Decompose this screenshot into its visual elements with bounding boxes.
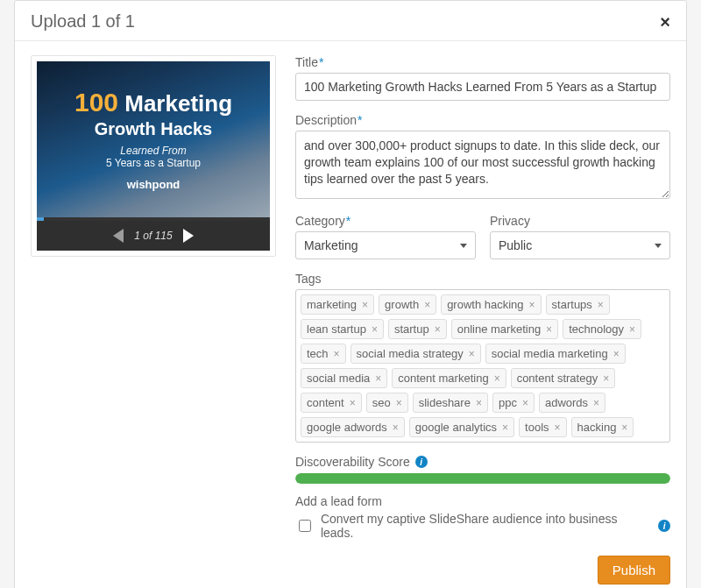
tag-remove-icon[interactable]: × [476, 397, 482, 409]
tag-chip: hacking× [571, 417, 634, 437]
privacy-label: Privacy [490, 214, 670, 228]
tag-remove-icon[interactable]: × [435, 323, 441, 336]
slide-preview: 100 Marketing Growth Hacks Learned From … [31, 55, 276, 540]
tag-label: tech [307, 347, 329, 360]
tag-label: slideshare [419, 396, 471, 409]
info-icon[interactable]: i [415, 456, 428, 468]
modal-title: Upload 1 of 1 [31, 11, 135, 32]
tag-remove-icon[interactable]: × [593, 397, 599, 409]
title-input[interactable] [295, 73, 670, 101]
lead-form-checkbox[interactable] [299, 520, 311, 532]
tag-chip: content× [301, 393, 362, 413]
tag-remove-icon[interactable]: × [502, 422, 508, 434]
tag-chip: online marketing× [451, 319, 558, 339]
tag-remove-icon[interactable]: × [375, 372, 381, 385]
tags-label: Tags [295, 272, 670, 286]
tag-label: content [307, 396, 344, 409]
tag-chip: google analytics× [409, 417, 514, 437]
tag-remove-icon[interactable]: × [546, 323, 552, 336]
tag-chip: social media strategy× [350, 344, 481, 364]
modal-footer: Publish [15, 549, 686, 588]
tag-remove-icon[interactable]: × [494, 372, 500, 385]
tag-label: lean startup [307, 322, 366, 336]
tag-chip: marketing× [301, 294, 374, 315]
discoverability-label: Discoverability Score [295, 455, 410, 469]
tag-label: content strategy [517, 372, 598, 385]
tag-remove-icon[interactable]: × [396, 397, 402, 409]
tag-chip: google adwords× [301, 417, 405, 437]
tag-chip: seo× [366, 393, 408, 413]
tag-remove-icon[interactable]: × [350, 397, 356, 409]
description-input[interactable] [295, 131, 670, 199]
tag-remove-icon[interactable]: × [469, 348, 475, 360]
tag-remove-icon[interactable]: × [613, 348, 620, 360]
slide-preview-card: 100 Marketing Growth Hacks Learned From … [31, 55, 276, 257]
info-icon[interactable]: i [658, 520, 670, 532]
tag-label: seo [372, 396, 391, 409]
tag-label: tools [525, 421, 549, 434]
tag-chip: startups× [546, 294, 610, 315]
slide-counter: 1 of 115 [134, 230, 172, 242]
tag-remove-icon[interactable]: × [372, 323, 378, 336]
tag-label: growth [385, 298, 419, 311]
tag-label: google adwords [307, 421, 387, 434]
tag-remove-icon[interactable]: × [362, 299, 368, 311]
tag-label: google analytics [415, 421, 497, 434]
category-label: Category [295, 214, 476, 228]
slide-brand: wishpond [127, 178, 181, 191]
tag-label: content marketing [398, 372, 488, 385]
upload-form: Title Description Category [295, 55, 670, 540]
tag-label: social media strategy [357, 347, 464, 360]
category-select[interactable] [295, 231, 476, 259]
next-slide-icon[interactable] [183, 229, 194, 243]
upload-modal: Upload 1 of 1 × 100 Marketing Growth Hac… [14, 0, 687, 588]
tags-input[interactable]: marketing×growth×growth hacking×startups… [295, 289, 670, 443]
tag-chip: ppc× [492, 393, 535, 413]
tag-chip: content marketing× [392, 368, 506, 388]
close-icon[interactable]: × [660, 13, 670, 31]
tag-remove-icon[interactable]: × [603, 372, 609, 385]
tag-chip: content strategy× [511, 368, 616, 388]
tag-chip: adwords× [539, 393, 605, 413]
tag-label: hacking [577, 421, 617, 434]
privacy-select[interactable] [490, 231, 670, 259]
tag-label: ppc [499, 396, 517, 409]
description-label: Description [295, 113, 670, 127]
tag-chip: social media marketing× [485, 344, 626, 364]
tag-remove-icon[interactable]: × [334, 348, 340, 360]
tag-label: technology [569, 322, 624, 336]
tag-remove-icon[interactable]: × [424, 299, 430, 311]
tag-chip: tools× [519, 417, 566, 437]
tag-chip: tech× [301, 344, 346, 364]
tag-chip: growth hacking× [441, 294, 541, 315]
slide-title-number: 100 [74, 88, 118, 117]
tag-label: social media marketing [492, 347, 608, 360]
modal-header: Upload 1 of 1 × [15, 1, 686, 41]
tag-remove-icon[interactable]: × [629, 323, 635, 336]
lead-form-text: Convert my captive SlideShare audience i… [321, 512, 651, 540]
slide-title-rest: Marketing [118, 90, 232, 117]
tag-chip: lean startup× [301, 319, 384, 339]
tag-label: startup [394, 322, 429, 336]
tag-remove-icon[interactable]: × [529, 299, 535, 311]
tag-remove-icon[interactable]: × [522, 397, 528, 409]
prev-slide-icon[interactable] [113, 229, 124, 243]
tag-chip: growth× [379, 294, 436, 315]
tag-label: marketing [307, 298, 357, 311]
tag-label: online marketing [457, 322, 541, 336]
slide-subtitle-line-2: 5 Years as a Startup [106, 157, 201, 169]
discoverability-fill [295, 473, 670, 484]
tag-remove-icon[interactable]: × [621, 422, 627, 434]
tag-remove-icon[interactable]: × [598, 299, 604, 311]
title-label: Title [295, 55, 670, 69]
tag-remove-icon[interactable]: × [555, 422, 561, 434]
tag-chip: startup× [388, 319, 447, 339]
tag-remove-icon[interactable]: × [393, 422, 399, 434]
lead-form-heading: Add a lead form [295, 494, 670, 508]
slide-title-line-2: Growth Hacks [95, 119, 212, 139]
tag-label: startups [552, 298, 592, 311]
tag-chip: slideshare× [413, 393, 488, 413]
slide-thumbnail[interactable]: 100 Marketing Growth Hacks Learned From … [37, 61, 270, 217]
publish-button[interactable]: Publish [598, 556, 670, 584]
slide-progress-bar[interactable] [37, 217, 270, 221]
